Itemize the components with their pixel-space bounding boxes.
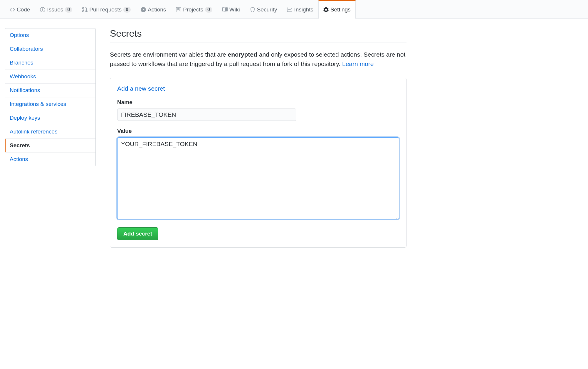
tab-pull-requests[interactable]: Pull requests 0 <box>77 0 136 18</box>
sidebar-item-webhooks[interactable]: Webhooks <box>5 70 95 84</box>
tab-projects[interactable]: Projects 0 <box>171 0 217 18</box>
page-title: Secrets <box>110 28 406 43</box>
tab-label: Actions <box>148 6 166 13</box>
tab-label: Insights <box>294 6 313 13</box>
sidebar-item-collaborators[interactable]: Collaborators <box>5 42 95 56</box>
tab-label: Settings <box>330 6 351 13</box>
name-label: Name <box>117 99 399 106</box>
tab-label: Projects <box>183 6 203 13</box>
sidebar-item-actions[interactable]: Actions <box>5 153 95 166</box>
tab-insights[interactable]: Insights <box>282 0 318 18</box>
sidebar-item-branches[interactable]: Branches <box>5 56 95 70</box>
sidebar-item-deploy-keys[interactable]: Deploy keys <box>5 111 95 125</box>
add-secret-box: Add a new secret Name Value Add secret <box>110 78 406 248</box>
project-icon <box>176 7 181 12</box>
pulls-count: 0 <box>123 7 131 13</box>
book-icon <box>222 7 228 12</box>
tab-code[interactable]: Code <box>5 0 35 18</box>
repo-nav: Code Issues 0 Pull requests 0 Actions Pr… <box>0 0 588 19</box>
page-description: Secrets are environment variables that a… <box>110 50 406 68</box>
content: Secrets Secrets are environment variable… <box>110 28 406 248</box>
learn-more-link[interactable]: Learn more <box>342 60 374 67</box>
sidebar-item-autolink[interactable]: Autolink references <box>5 125 95 139</box>
tab-label: Code <box>17 6 30 13</box>
add-secret-button[interactable]: Add secret <box>117 227 158 240</box>
sidebar-item-secrets[interactable]: Secrets <box>5 139 95 153</box>
play-icon <box>141 7 146 12</box>
issues-count: 0 <box>65 7 72 13</box>
tab-label: Wiki <box>229 6 240 13</box>
shield-icon <box>250 7 255 12</box>
add-secret-heading: Add a new secret <box>117 85 399 92</box>
issue-icon <box>40 7 45 12</box>
tab-wiki[interactable]: Wiki <box>217 0 245 18</box>
tab-label: Issues <box>47 6 63 13</box>
graph-icon <box>287 7 292 12</box>
tab-label: Pull requests <box>89 6 122 13</box>
tab-security[interactable]: Security <box>245 0 282 18</box>
sidebar-item-options[interactable]: Options <box>5 28 95 42</box>
tab-actions[interactable]: Actions <box>136 0 171 18</box>
tab-label: Security <box>257 6 277 13</box>
settings-sidebar: Options Collaborators Branches Webhooks … <box>5 28 96 248</box>
projects-count: 0 <box>205 7 212 13</box>
gear-icon <box>323 7 329 12</box>
sidebar-item-notifications[interactable]: Notifications <box>5 84 95 97</box>
tab-issues[interactable]: Issues 0 <box>35 0 77 18</box>
git-pull-request-icon <box>82 7 88 12</box>
code-icon <box>10 7 15 12</box>
value-label: Value <box>117 128 399 134</box>
tab-settings[interactable]: Settings <box>318 0 356 19</box>
name-input[interactable] <box>117 109 296 121</box>
value-input[interactable] <box>117 137 399 219</box>
sidebar-item-integrations[interactable]: Integrations & services <box>5 97 95 111</box>
